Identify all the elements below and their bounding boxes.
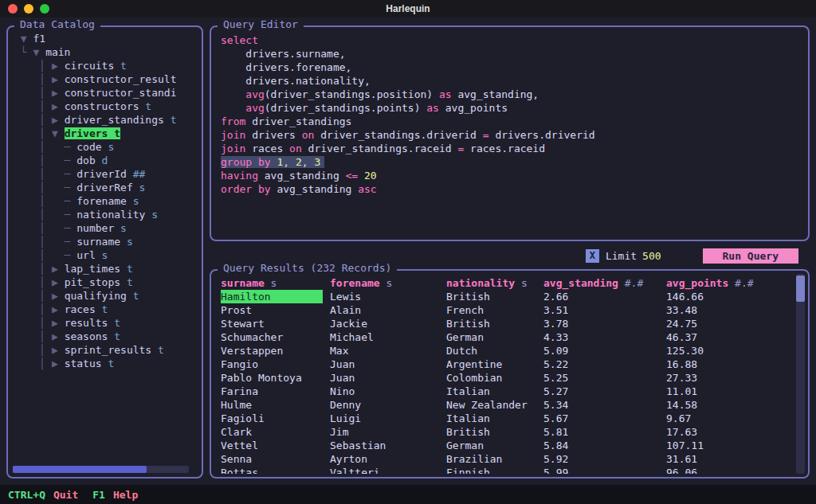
tree-item-url[interactable]: │ ─ url s (14, 248, 198, 262)
results-cell[interactable]: Alain (330, 303, 446, 317)
table-row[interactable]: FarinaNinoItalian5.2711.01 (221, 385, 792, 398)
results-scrollbar-thumb[interactable] (796, 275, 805, 302)
results-cell[interactable]: 4.33 (543, 330, 666, 344)
query-editor-panel[interactable]: Query Editor select drivers.surname, dri… (210, 25, 810, 241)
results-cell[interactable]: Michael (330, 330, 446, 344)
results-cell[interactable]: Ayrton (330, 452, 446, 466)
table-row[interactable]: SchumacherMichaelGerman4.3346.37 (221, 330, 792, 344)
results-cell[interactable]: 31.61 (666, 452, 792, 466)
results-cell[interactable]: 125.30 (666, 344, 792, 357)
results-cell[interactable]: Argentine (446, 357, 543, 371)
results-cell[interactable]: 5.34 (543, 398, 666, 412)
results-cell[interactable]: Italian (446, 412, 543, 425)
table-row[interactable]: ClarkJimBritish5.8117.63 (221, 425, 792, 439)
tree-item-surname[interactable]: │ ─ surname s (14, 235, 198, 248)
limit-checkbox[interactable]: X (586, 249, 599, 263)
results-cell[interactable]: Juan (330, 371, 446, 385)
results-cell[interactable]: Jim (330, 425, 446, 439)
results-cell[interactable]: 24.75 (666, 317, 792, 330)
results-cell[interactable]: Italian (446, 385, 543, 398)
results-cell[interactable]: 5.84 (543, 439, 666, 452)
results-cell[interactable]: Jackie (330, 317, 446, 330)
results-cell[interactable]: Finnish (446, 466, 543, 474)
results-cell[interactable]: 96.06 (666, 466, 792, 474)
results-cell[interactable]: Sebastian (330, 439, 446, 452)
close-window-button[interactable] (8, 4, 18, 14)
table-row[interactable]: SennaAyrtonBrazilian5.9231.61 (221, 452, 792, 466)
results-cell[interactable]: 5.99 (543, 466, 666, 474)
table-row[interactable]: VerstappenMaxDutch5.09125.30 (221, 344, 792, 357)
table-row[interactable]: Pablo MontoyaJuanColombian5.2527.33 (221, 371, 792, 385)
minimize-window-button[interactable] (24, 4, 33, 14)
catalog-scrollbar-thumb[interactable] (13, 466, 147, 473)
tree-item-results[interactable]: │ ▶ results t (14, 316, 198, 330)
code-line-7[interactable]: from driver_standings (221, 115, 803, 128)
results-cell[interactable]: Colombian (446, 371, 543, 385)
table-row[interactable]: StewartJackieBritish3.7824.75 (221, 317, 792, 330)
tree-item-f1[interactable]: ▼ f1 (14, 32, 198, 45)
tree-item-driver_standings[interactable]: │ ▶ driver_standings t (14, 113, 198, 127)
results-cell[interactable]: Pablo Montoya (221, 371, 330, 385)
results-cell[interactable]: 46.37 (666, 330, 792, 344)
tree-item-constructor_standi[interactable]: │ ▶ constructor_standi (14, 86, 198, 100)
tree-item-sprint_results[interactable]: │ ▶ sprint_results t (14, 343, 198, 357)
results-cell[interactable]: Clark (221, 425, 330, 439)
table-row[interactable]: FagioliLuigiItalian5.679.67 (221, 412, 792, 425)
tree-item-seasons[interactable]: │ ▶ seasons t (14, 330, 198, 343)
results-cell[interactable]: 5.92 (543, 452, 666, 466)
results-cell[interactable]: Dutch (446, 344, 543, 357)
results-cell[interactable]: British (446, 317, 543, 330)
table-row[interactable]: HulmeDennyNew Zealander5.3414.58 (221, 398, 792, 412)
footer-shortcut-help[interactable]: F1Help (92, 489, 138, 501)
footer-shortcut-quit[interactable]: CTRL+QQuit (8, 489, 78, 501)
tree-item-races[interactable]: │ ▶ races t (14, 303, 198, 316)
results-cell[interactable]: 14.58 (666, 398, 792, 412)
tree-item-driverId[interactable]: │ ─ driverId ## (14, 167, 198, 181)
column-header-forename[interactable]: forename s (330, 276, 446, 290)
code-line-2[interactable]: drivers.surname, (221, 47, 803, 61)
code-line-3[interactable]: drivers.forename, (221, 61, 803, 74)
results-cell[interactable]: 3.51 (543, 303, 666, 317)
results-cell[interactable]: Max (330, 344, 446, 357)
results-cell[interactable]: Denny (330, 398, 446, 412)
results-cell[interactable]: Juan (330, 357, 446, 371)
results-cell[interactable]: 17.63 (666, 425, 792, 439)
results-cell[interactable]: Brazilian (446, 452, 543, 466)
tree-item-constructors[interactable]: │ ▶ constructors t (14, 100, 198, 113)
tree-item-drivers[interactable]: │ ▼ drivers t (14, 127, 198, 140)
code-line-9[interactable]: join races on driver_standings.raceid = … (221, 142, 803, 155)
code-line-10[interactable]: group by 1, 2, 3 (221, 155, 803, 169)
tree-item-dob[interactable]: │ ─ dob d (14, 154, 198, 167)
results-cell[interactable]: 146.66 (666, 290, 792, 303)
table-row[interactable]: BottasValtteriFinnish5.9996.06 (221, 466, 792, 474)
results-cell[interactable]: Valtteri (330, 466, 446, 474)
code-line-5[interactable]: avg(driver_standings.position) as avg_st… (221, 88, 803, 101)
results-cell[interactable]: 5.09 (543, 344, 666, 357)
run-query-button[interactable]: Run Query (703, 248, 798, 264)
table-row[interactable]: HamiltonLewisBritish2.66146.66 (221, 290, 792, 303)
zoom-window-button[interactable] (40, 4, 49, 14)
results-cell[interactable]: Schumacher (221, 330, 330, 344)
results-cell[interactable]: 9.67 (666, 412, 792, 425)
results-cell[interactable]: 5.81 (543, 425, 666, 439)
results-cell[interactable]: 3.78 (543, 317, 666, 330)
results-table[interactable]: surname sforename snationality savg_stan… (221, 276, 792, 474)
tree-item-forename[interactable]: │ ─ forename s (14, 194, 198, 208)
results-cell[interactable]: 2.66 (543, 290, 666, 303)
results-cell[interactable]: 5.27 (543, 385, 666, 398)
column-header-avg_points[interactable]: avg_points #.# (666, 276, 792, 290)
results-cell[interactable]: 11.01 (666, 385, 792, 398)
tree-item-qualifying[interactable]: │ ▶ qualifying t (14, 289, 198, 303)
tree-item-circuits[interactable]: │ ▶ circuits t (14, 59, 198, 72)
tree-item-lap_times[interactable]: │ ▶ lap_times t (14, 262, 198, 275)
results-cell[interactable]: Stewart (221, 317, 330, 330)
tree-item-number[interactable]: │ ─ number s (14, 221, 198, 235)
editor-code[interactable]: select drivers.surname, drivers.forename… (221, 33, 803, 235)
results-cell[interactable]: Fangio (221, 357, 330, 371)
results-cell[interactable]: 33.48 (666, 303, 792, 317)
table-row[interactable]: ProstAlainFrench3.5133.48 (221, 303, 792, 317)
results-cell[interactable]: German (446, 439, 543, 452)
results-cell[interactable]: Prost (221, 303, 330, 317)
tree-item-status[interactable]: │ ▶ status t (14, 357, 198, 370)
code-line-12[interactable]: order by avg_standing asc (221, 182, 803, 196)
